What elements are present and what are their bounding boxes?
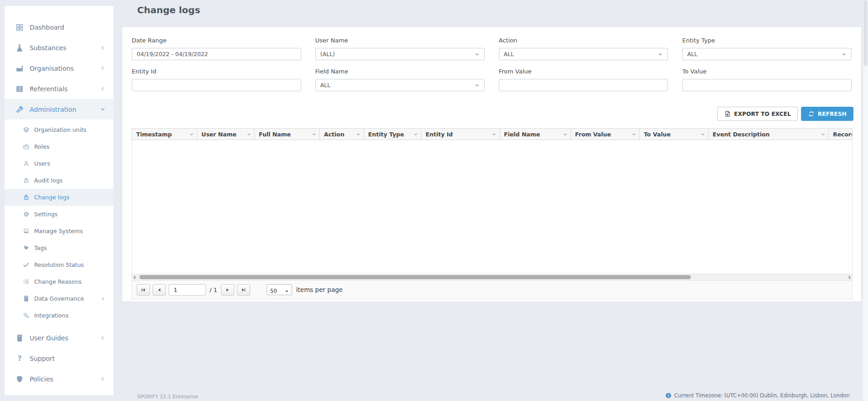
timezone-label: Current Timezone: (UTC+00:00) Dublin, Ed… (674, 392, 850, 399)
sidebar-item-roles[interactable]: Roles (5, 138, 113, 155)
sidebar-item-tags[interactable]: Tags (5, 240, 113, 256)
next-page-button[interactable] (221, 284, 234, 296)
info-icon (665, 392, 672, 399)
sidebar-item-substances[interactable]: Substances (5, 37, 113, 58)
sidebar-item-resolution-status[interactable]: Resolution Status (5, 256, 113, 273)
user-name-select[interactable]: (ALL) (315, 48, 485, 60)
sidebar-item-organisations[interactable]: Organisations (5, 58, 113, 78)
export-to-excel-label: EXPORT TO EXCEL (734, 111, 791, 117)
scroll-left-icon[interactable] (134, 276, 135, 279)
entity-id-input[interactable] (132, 79, 301, 91)
sidebar-item-organization-units[interactable]: Organization units (5, 121, 113, 138)
to-value-input[interactable] (682, 79, 852, 91)
caret-down-icon (632, 132, 637, 137)
caret-down-icon (312, 132, 317, 137)
wrench-icon (15, 105, 24, 114)
gears-icon (23, 312, 30, 319)
sidebar-item-label: Policies (30, 375, 53, 383)
check-icon (23, 261, 30, 268)
refresh-icon (808, 110, 815, 117)
page-number-input[interactable] (169, 284, 206, 296)
sidebar-item-users[interactable]: Users (5, 155, 113, 172)
previous-page-button[interactable] (153, 284, 166, 296)
first-page-icon (140, 287, 146, 293)
caret-down-icon (413, 132, 418, 137)
laptop-icon (23, 228, 30, 234)
sidebar-item-user-guides[interactable]: User Guides (5, 328, 113, 348)
table-header-row: TimestampUser NameFull NameActionEntity … (132, 128, 853, 140)
sidebar-item-label: Tags (34, 245, 47, 251)
sidebar-item-administration[interactable]: Administration (5, 99, 113, 120)
filter-field-from-value: From Value (499, 68, 668, 91)
export-to-excel-button[interactable]: EXPORT TO EXCEL (717, 107, 798, 121)
last-page-button[interactable] (237, 284, 250, 296)
filter-field-date-range: Date Range (132, 37, 301, 60)
column-header-field-name[interactable]: Field Name (500, 129, 571, 140)
chevron-left-icon (101, 297, 105, 301)
next-page-icon (225, 287, 231, 293)
sidebar-item-support[interactable]: ?Support (5, 348, 113, 369)
filter-field-field-name: Field NameALL (315, 68, 485, 91)
sidebar-item-label: Organisations (30, 65, 74, 72)
sidebar-item-data-governance[interactable]: Data Governance (5, 290, 113, 307)
layers-icon (23, 126, 30, 133)
caret-down-icon (356, 132, 361, 137)
column-header-timestamp[interactable]: Timestamp (132, 129, 197, 140)
first-page-button[interactable] (137, 284, 150, 296)
previous-page-icon (156, 287, 162, 293)
sidebar-item-integrations[interactable]: Integrations (5, 307, 113, 324)
date-range-input[interactable] (132, 48, 301, 60)
sidebar-item-change-logs[interactable]: Change logs (5, 189, 113, 206)
sidebar-item-settings[interactable]: Settings (5, 206, 113, 223)
column-header-to-value[interactable]: To Value (640, 129, 709, 140)
column-header-user-name[interactable]: User Name (197, 129, 255, 140)
field-name-select[interactable]: ALL (315, 79, 485, 91)
book-icon (23, 295, 30, 302)
column-header-action[interactable]: Action (320, 129, 364, 140)
caret-down-icon (657, 52, 663, 57)
sidebar-item-manage-systems[interactable]: Manage Systems (5, 223, 113, 240)
list-lines-icon (23, 278, 30, 285)
refresh-button[interactable]: REFRESH (801, 107, 853, 121)
page-size-select[interactable]: 50 (267, 284, 292, 295)
column-title: Full Name (259, 131, 291, 138)
sidebar-item-label: Manage Systems (34, 228, 83, 234)
timezone-status: Current Timezone: (UTC+00:00) Dublin, Ed… (665, 392, 850, 399)
vertical-scrollbar[interactable] (863, 0, 868, 401)
chevron-left-icon (100, 45, 105, 50)
entity-type-select[interactable]: ALL (682, 48, 852, 60)
caret-down-icon (474, 83, 480, 88)
shield-icon (15, 375, 24, 383)
caret-down-icon (284, 288, 289, 294)
sidebar-item-label: Organization units (34, 126, 87, 133)
page-count-label: / 1 (210, 286, 217, 293)
caret-down-icon (247, 132, 252, 137)
column-header-record[interactable]: Record (829, 129, 853, 140)
lock-icon (23, 177, 30, 184)
briefcase-icon (23, 143, 30, 150)
sidebar-item-dashboard[interactable]: Dashboard (5, 17, 113, 37)
column-header-entity-id[interactable]: Entity Id (421, 129, 500, 140)
column-header-full-name[interactable]: Full Name (255, 129, 320, 140)
column-header-event-description[interactable]: Event Description (709, 129, 829, 140)
action-select[interactable]: ALL (499, 48, 668, 60)
horizontal-scrollbar-thumb[interactable] (139, 275, 691, 279)
horizontal-scrollbar[interactable] (132, 274, 853, 281)
sidebar-item-label: Integrations (34, 312, 68, 319)
caret-down-icon (189, 132, 194, 137)
column-title: Entity Type (368, 131, 404, 138)
sidebar-item-label: Referentials (30, 85, 67, 93)
vertical-scrollbar-thumb[interactable] (863, 0, 868, 66)
column-title: To Value (644, 131, 671, 138)
sidebar-item-change-reasons[interactable]: Change Reasons (5, 273, 113, 290)
column-header-entity-type[interactable]: Entity Type (364, 129, 421, 140)
sidebar-item-audit-logs[interactable]: Audit logs (5, 172, 113, 189)
app-version-label: SPORIFY 22.1 Enterprise (137, 394, 198, 400)
sidebar-item-referentials[interactable]: Referentials (5, 78, 113, 99)
sidebar-item-policies[interactable]: Policies (5, 369, 113, 389)
table-body-empty (132, 140, 853, 274)
column-header-from-value[interactable]: From Value (571, 129, 640, 140)
from-value-input[interactable] (499, 79, 668, 91)
scroll-right-icon[interactable] (849, 276, 851, 279)
chevron-left-icon (100, 66, 105, 71)
